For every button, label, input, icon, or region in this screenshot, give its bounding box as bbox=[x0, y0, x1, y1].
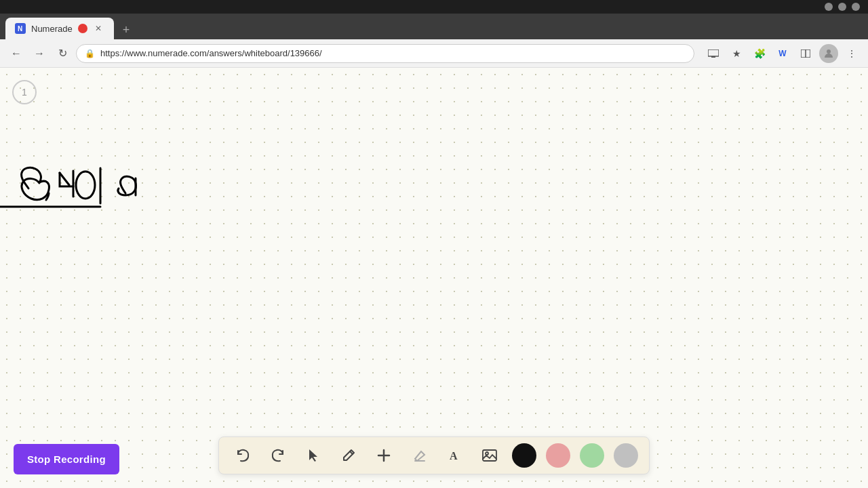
back-btn[interactable]: ← bbox=[7, 44, 26, 63]
drawing-canvas[interactable] bbox=[0, 68, 868, 488]
bottom-toolbar: A bbox=[218, 436, 650, 474]
select-tool-btn[interactable] bbox=[300, 443, 326, 468]
close-btn[interactable] bbox=[852, 3, 860, 11]
redo-btn[interactable] bbox=[265, 443, 291, 468]
color-gray[interactable] bbox=[614, 443, 638, 468]
word-extension-btn[interactable]: W bbox=[773, 44, 792, 63]
bookmark-btn[interactable]: ★ bbox=[727, 44, 746, 63]
color-green[interactable] bbox=[580, 443, 604, 468]
active-tab[interactable]: N Numerade ✕ bbox=[5, 18, 114, 39]
tab-favicon: N bbox=[15, 23, 26, 34]
profile-btn[interactable] bbox=[819, 44, 838, 63]
svg-point-6 bbox=[827, 49, 831, 54]
undo-btn[interactable] bbox=[230, 443, 256, 468]
text-tool-btn[interactable]: A bbox=[441, 443, 467, 468]
screen-capture-btn[interactable] bbox=[704, 44, 723, 63]
add-btn[interactable] bbox=[371, 443, 397, 468]
tab-title: Numerade bbox=[31, 24, 73, 34]
new-tab-button[interactable]: + bbox=[117, 20, 136, 39]
svg-point-7 bbox=[76, 171, 95, 199]
split-view-btn[interactable] bbox=[796, 44, 815, 63]
whiteboard-area[interactable]: 1 bbox=[0, 68, 868, 488]
eraser-btn[interactable] bbox=[406, 443, 432, 468]
svg-text:N: N bbox=[18, 25, 22, 33]
svg-rect-2 bbox=[708, 49, 719, 56]
svg-point-14 bbox=[486, 452, 488, 455]
reload-btn[interactable]: ↻ bbox=[53, 44, 72, 63]
nav-icons: ★ 🧩 W ⋮ bbox=[704, 44, 861, 63]
ssl-icon: 🔒 bbox=[85, 49, 95, 58]
svg-rect-13 bbox=[483, 450, 496, 461]
tab-close-btn[interactable]: ✕ bbox=[93, 23, 104, 34]
tab-bar: N Numerade ✕ + bbox=[0, 14, 868, 39]
image-btn[interactable] bbox=[477, 443, 502, 468]
recording-indicator bbox=[78, 24, 87, 33]
extension-btn[interactable]: 🧩 bbox=[750, 44, 769, 63]
color-pink[interactable] bbox=[546, 443, 570, 468]
url-text: https://www.numerade.com/answers/whitebo… bbox=[100, 48, 322, 58]
forward-btn[interactable]: → bbox=[30, 44, 49, 63]
stop-recording-btn[interactable]: Stop Recording bbox=[14, 444, 119, 474]
maximize-btn[interactable] bbox=[838, 3, 846, 11]
svg-text:A: A bbox=[450, 450, 458, 462]
address-bar[interactable]: 🔒 https://www.numerade.com/answers/white… bbox=[76, 44, 694, 63]
title-bar bbox=[0, 0, 868, 14]
color-black[interactable] bbox=[512, 443, 536, 468]
pen-tool-btn[interactable] bbox=[336, 443, 361, 468]
browser-window: N Numerade ✕ + ← → ↻ 🔒 https://www.numer… bbox=[0, 0, 868, 488]
nav-bar: ← → ↻ 🔒 https://www.numerade.com/answers… bbox=[0, 39, 868, 68]
minimize-btn[interactable] bbox=[825, 3, 833, 11]
svg-rect-3 bbox=[711, 56, 715, 58]
menu-btn[interactable]: ⋮ bbox=[842, 44, 861, 63]
